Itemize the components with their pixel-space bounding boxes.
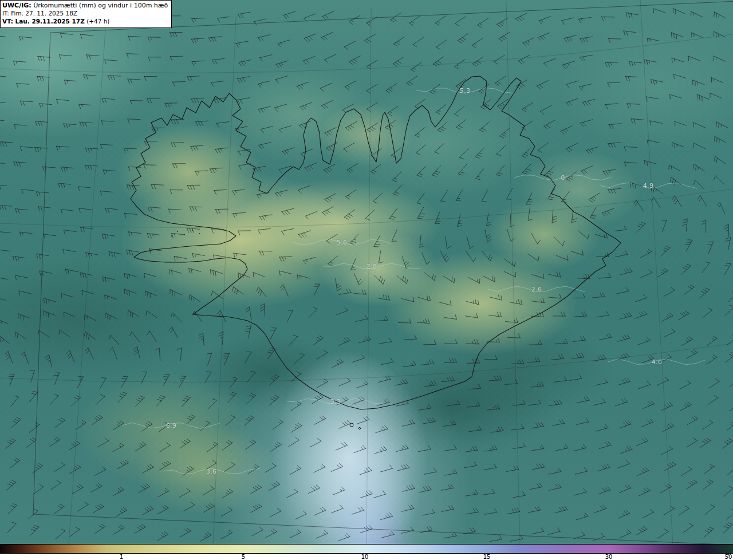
wind-barbs — [0, 9, 733, 542]
valid-time: VT: Lau. 29.11.2025 17Z — [2, 18, 85, 25]
coastline-path — [131, 76, 621, 409]
colorbar-tick-label: 1 — [120, 554, 123, 560]
colorbar-tick-label: 5 — [242, 554, 245, 560]
valid-time-offset: (+47 h) — [86, 18, 109, 25]
map-area: 5.34.905.62.82.64.03.36.93.6 UWC/IG: Úrk… — [0, 0, 733, 544]
init-time: IT: Fim. 27. 11. 2025 18Z — [2, 10, 168, 18]
contour-lines — [123, 88, 706, 474]
title-box: UWC/IG: Úrkomumætti (mm) og vindur i 100… — [0, 0, 172, 28]
colorbar-tick-row: 1510153050 — [0, 554, 733, 560]
iceland-coastline — [131, 76, 621, 429]
colorbar-tick-label: 10 — [361, 554, 369, 560]
colorbar-gradient — [0, 544, 733, 554]
product-title: Úrkomumætti (mm) og vindur i 100m hæð — [33, 2, 168, 9]
colorbar-tick-label: 15 — [483, 554, 491, 560]
graticule-lines — [0, 0, 733, 544]
weather-map: 5.34.905.62.82.64.03.36.93.6 UWC/IG: Úrk… — [0, 0, 733, 560]
colorbar-tick-label: 50 — [725, 554, 732, 560]
island-small — [358, 427, 360, 429]
colorbar-tick-label: 30 — [605, 554, 613, 560]
colorbar: 1510153050 — [0, 544, 733, 560]
map-overlay — [0, 0, 733, 544]
product-id: UWC/IG: — [2, 2, 31, 9]
